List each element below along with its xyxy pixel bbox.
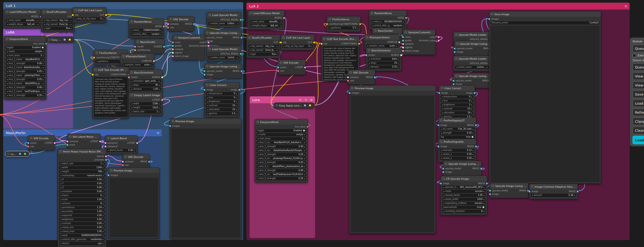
collapse-dot-icon[interactable]: [206, 65, 208, 67]
collapse-dot-icon[interactable]: [366, 36, 368, 38]
node-titlebar[interactable]: Upscale Image (using Model): [204, 64, 242, 69]
collapse-dot-icon[interactable]: [206, 84, 208, 86]
decrement-arrow-icon[interactable]: ◀: [7, 63, 8, 64]
decrement-arrow-icon[interactable]: ◀: [369, 66, 370, 68]
node-preview-image-2[interactable]: Preview Imageimages: [108, 167, 160, 239]
input-image[interactable]: image: [530, 190, 538, 193]
collapse-dot-icon[interactable]: [455, 75, 457, 77]
node-cr-upscale-image-1[interactable]: CR Upscale ImageimageIMAGE◀upscale_model…: [440, 176, 487, 215]
widget-lora_3_strength[interactable]: ◀lora_3_strength0.45▶: [256, 161, 306, 164]
input-samples[interactable]: samples: [349, 76, 359, 79]
widget-frame[interactable]: ◀frame0▶: [59, 194, 105, 197]
node-titlebar[interactable]: Upscale Model Loader: [453, 56, 490, 61]
decrement-arrow-icon[interactable]: ◀: [443, 186, 444, 188]
node-dual-clip-loader-2[interactable]: DualCLIPLoaderCLIP◀clip_name1clip_l.sa…▶…: [246, 35, 280, 58]
node-titlebar[interactable]: CLIP Set Last Layer: [73, 7, 106, 13]
collapse-dot-icon[interactable]: [280, 61, 282, 64]
menu-drag-header[interactable]: Queue: [633, 40, 644, 43]
widget-lora_5_name[interactable]: ◀lora_5_nametextTladImprover-FLUX-V0.4…▶: [256, 173, 306, 176]
input-images[interactable]: images: [171, 124, 180, 128]
decrement-arrow-icon[interactable]: ◀: [60, 234, 61, 236]
widget-scale[interactable]: ◀scale5.00▶: [59, 198, 105, 201]
increment-arrow-icon[interactable]: ▶: [311, 45, 312, 47]
increment-arrow-icon[interactable]: ▶: [159, 111, 160, 113]
node-image-contrast-adaptive-sharpening-1[interactable]: Image Contrast Adaptive SharpeningimageI…: [529, 184, 578, 199]
node-load-diffusion-model-1[interactable]: Load Diffusion ModelMODEL◀unet_nameatorp…: [4, 9, 41, 28]
increment-arrow-icon[interactable]: ▶: [471, 104, 472, 106]
output-IMAGE[interactable]: IMAGE: [467, 145, 475, 148]
output-denoised_output[interactable]: denoised_output: [189, 44, 208, 48]
collapse-dot-icon[interactable]: [209, 48, 211, 50]
collapse-dot-icon[interactable]: [257, 121, 259, 123]
input-vae[interactable]: vae: [123, 163, 134, 167]
increment-arrow-icon[interactable]: ▶: [159, 84, 160, 86]
increment-arrow-icon[interactable]: ▶: [304, 154, 305, 155]
input-upscale_model[interactable]: upscale_model: [205, 69, 222, 73]
increment-arrow-icon[interactable]: ▶: [43, 51, 44, 52]
collapse-dot-icon[interactable]: [440, 141, 442, 143]
widget-scheduler[interactable]: ◀schedulerbeta▶: [368, 57, 400, 61]
node-titlebar[interactable]: Preview Image: [108, 168, 159, 173]
increment-arrow-icon[interactable]: ▶: [396, 45, 397, 47]
increment-arrow-icon[interactable]: ▶: [471, 100, 472, 102]
increment-arrow-icon[interactable]: ▶: [150, 64, 152, 66]
collapse-dot-icon[interactable]: [351, 87, 353, 89]
group-refresh-icon[interactable]: ⟳: [299, 98, 302, 101]
increment-arrow-icon[interactable]: ▶: [486, 66, 488, 68]
input-upscale_model[interactable]: upscale_model: [205, 36, 222, 39]
node-color-correct-2[interactable]: Color Correctimageimage◀temperature0▶◀hu…: [439, 85, 475, 121]
input-guider[interactable]: guider: [174, 44, 189, 48]
decrement-arrow-icon[interactable]: ◀: [60, 215, 61, 216]
output-LATENT[interactable]: LATENT: [152, 98, 162, 102]
decrement-arrow-icon[interactable]: ◀: [257, 150, 259, 151]
decrement-arrow-icon[interactable]: ◀: [60, 227, 61, 228]
widget-lora_2_name[interactable]: ◀lora_2_namedetailAsdmaRasdsfcPeople…▶: [256, 149, 306, 152]
node-vae-decode-1[interactable]: VAE DecodesamplesvaeIMAGE: [168, 16, 194, 31]
output-UPSCALE_MODEL[interactable]: UPSCALE_MODEL: [220, 52, 240, 56]
increment-arrow-icon[interactable]: ▶: [236, 97, 237, 98]
input-pixels[interactable]: pixels: [279, 66, 286, 69]
input-sigmas[interactable]: sigmas: [404, 46, 419, 49]
widget-lora_3_name[interactable]: ◀lora_3_namephotolapCPortrait_FLUXX.sa…▶: [256, 157, 306, 160]
output-SAMPLER[interactable]: SAMPLER: [142, 59, 154, 63]
collapse-dot-icon[interactable]: [131, 71, 133, 73]
widget-weight_dtype[interactable]: ◀weight_dtypefp8_e4…▶: [6, 23, 40, 26]
widget-brightness[interactable]: ◀brightness0.00▶: [59, 218, 105, 221]
decrement-arrow-icon[interactable]: ◀: [7, 51, 8, 52]
widget-rounding_modulus[interactable]: ◀rounding_modulus8▶: [442, 210, 486, 213]
decrement-arrow-icon[interactable]: ◀: [131, 107, 133, 109]
increment-arrow-icon[interactable]: ▶: [304, 134, 305, 135]
increment-arrow-icon[interactable]: ▶: [102, 203, 104, 204]
toggle-dot-icon[interactable]: [471, 136, 474, 138]
node-empty-latent-image-1[interactable]: Empty Latent ImageLATENT◀width1280▶◀heig…: [129, 92, 163, 116]
widget-hue[interactable]: ◀hue0▶: [206, 96, 238, 99]
output-CLIP[interactable]: CLIP: [308, 41, 313, 44]
increment-arrow-icon[interactable]: ▶: [102, 199, 104, 200]
increment-arrow-icon[interactable]: ▶: [102, 219, 104, 220]
input-guider[interactable]: guider: [404, 39, 419, 42]
output-clip[interactable]: [309, 104, 311, 107]
widget-height[interactable]: ◀height768▶: [59, 170, 105, 173]
node-clip-text-encode-1[interactable]: CLIP Text Encode (Prompt)clipCONDITIONIN…: [92, 67, 129, 118]
node-titlebar[interactable]: VAE Encode: [278, 60, 305, 65]
output-IMAGE[interactable]: IMAGE: [233, 69, 241, 73]
increment-arrow-icon[interactable]: ▶: [236, 105, 237, 106]
input-image[interactable]: image: [439, 145, 447, 148]
collapse-dot-icon[interactable]: [125, 156, 127, 158]
input-samples2[interactable]: samples2: [106, 145, 118, 148]
input-image[interactable]: image: [441, 182, 449, 185]
widget-lora_5_strength[interactable]: ◀lora_5_strength0.35▶: [6, 94, 45, 97]
widget-noise_seed[interactable]: ◀noise_seed803488350544180▶: [370, 20, 405, 23]
widget-type[interactable]: ◀typeflux▶: [248, 53, 279, 56]
group-collapse-icon[interactable]: ⊟: [310, 98, 312, 101]
widget-filename_prefix[interactable]: filename_prefixComfyUI: [490, 21, 600, 24]
refresh-button[interactable]: Refresh: [633, 109, 644, 116]
input-image[interactable]: image: [205, 73, 222, 76]
input-image[interactable]: image: [439, 124, 447, 127]
decrement-arrow-icon[interactable]: ◀: [60, 223, 61, 224]
input-samples[interactable]: samples: [169, 22, 179, 26]
widget-saturation[interactable]: ◀saturation24▶: [206, 108, 238, 111]
widget-blend_factor[interactable]: ◀blend_factor0.30▶: [107, 149, 136, 152]
widget-octaves[interactable]: ◀octaves8▶: [59, 202, 105, 205]
widget-unet_name[interactable]: ◀unet_nameatorpNe…▶: [6, 19, 40, 22]
